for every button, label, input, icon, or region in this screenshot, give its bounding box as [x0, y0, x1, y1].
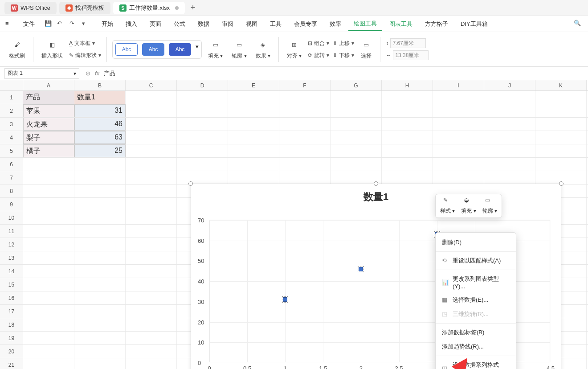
cell[interactable]: 25: [74, 144, 126, 157]
menu-diy[interactable]: DIY工具箱: [455, 17, 493, 31]
cell[interactable]: [535, 144, 587, 157]
cell[interactable]: [126, 332, 177, 344]
cell[interactable]: [535, 158, 587, 171]
cell[interactable]: [74, 358, 126, 369]
menu-chart-tools[interactable]: 图表工具: [384, 17, 418, 31]
row-9[interactable]: 9: [0, 198, 23, 211]
cell[interactable]: [126, 305, 177, 318]
fx-icon[interactable]: fx: [95, 70, 99, 77]
cell[interactable]: [228, 158, 279, 171]
cell[interactable]: [126, 291, 177, 304]
menu-review[interactable]: 审阅: [216, 17, 239, 31]
cell[interactable]: [484, 171, 535, 184]
cell[interactable]: [433, 118, 484, 131]
cell[interactable]: 63: [74, 131, 126, 144]
cell[interactable]: [126, 144, 177, 157]
cell[interactable]: 火龙果: [23, 118, 74, 131]
ctx-add-labels[interactable]: 添加数据标签(B): [436, 325, 516, 340]
tab-wps[interactable]: W WPS Office: [4, 2, 57, 14]
cell[interactable]: 31: [74, 104, 126, 117]
col-A[interactable]: A: [23, 80, 74, 90]
menu-insert[interactable]: 插入: [120, 17, 143, 31]
row-8[interactable]: 8: [0, 184, 23, 197]
rg-select[interactable]: ▭选择: [358, 39, 375, 60]
cell[interactable]: [484, 158, 535, 171]
cell[interactable]: 橘子: [23, 144, 74, 157]
cell[interactable]: [74, 332, 126, 344]
cell[interactable]: [126, 278, 177, 291]
cell[interactable]: [484, 131, 535, 144]
col-J[interactable]: J: [484, 80, 535, 90]
hamburger-icon[interactable]: ≡: [5, 20, 13, 28]
menu-vip[interactable]: 会员专享: [289, 17, 323, 31]
col-I[interactable]: I: [433, 80, 484, 90]
menu-start[interactable]: 开始: [96, 17, 118, 31]
cell[interactable]: [23, 184, 74, 197]
handle-tm[interactable]: [374, 181, 378, 186]
mini-outline[interactable]: ▭轮廓 ▾: [482, 197, 497, 215]
rg-edit-shape[interactable]: ✎编辑形状 ▾: [69, 50, 101, 61]
col-K[interactable]: K: [535, 80, 587, 90]
cell[interactable]: 产品: [23, 91, 74, 104]
handle-tr[interactable]: [559, 181, 564, 186]
cell[interactable]: [331, 158, 382, 171]
cell[interactable]: [23, 332, 74, 344]
cell[interactable]: [331, 118, 382, 131]
rg-up[interactable]: ⬆上移 ▾: [333, 38, 354, 49]
rg-insert-shape[interactable]: ◧ 插入形状: [39, 39, 65, 60]
cell[interactable]: [126, 171, 177, 184]
row-11[interactable]: 11: [0, 225, 23, 238]
col-C[interactable]: C: [126, 80, 177, 90]
row-15[interactable]: 15: [0, 278, 23, 291]
col-H[interactable]: H: [382, 80, 433, 90]
select-all-corner[interactable]: [0, 80, 23, 90]
style-preset-2[interactable]: Abc: [142, 43, 164, 56]
rg-fill[interactable]: ▭填充 ▾: [205, 39, 225, 60]
cell[interactable]: [177, 91, 228, 104]
cell[interactable]: [177, 171, 228, 184]
cell[interactable]: [279, 131, 331, 144]
cell[interactable]: [177, 131, 228, 144]
cell[interactable]: [484, 104, 535, 117]
dropdown-icon[interactable]: ▾: [82, 20, 90, 28]
cell[interactable]: [126, 211, 177, 224]
cell[interactable]: [23, 158, 74, 171]
cell[interactable]: [126, 358, 177, 369]
ctx-change-type[interactable]: 📊更改系列图表类型(Y)...: [436, 272, 516, 293]
cell[interactable]: [23, 345, 74, 358]
menu-view[interactable]: 视图: [241, 17, 263, 31]
menu-file[interactable]: 文件: [18, 17, 40, 31]
cell[interactable]: [74, 158, 126, 171]
cell[interactable]: [433, 144, 484, 157]
menu-page[interactable]: 页面: [144, 17, 167, 31]
name-box[interactable]: 图表 1▾: [4, 68, 79, 79]
col-B[interactable]: B: [74, 80, 126, 90]
chart-object[interactable]: 数量1 01020304050607000.511.522.533.544.5 …: [191, 184, 561, 369]
cell[interactable]: [331, 131, 382, 144]
cell[interactable]: [279, 118, 331, 131]
formula-content[interactable]: 产品: [104, 70, 115, 78]
cell[interactable]: [74, 184, 126, 197]
cell[interactable]: [74, 171, 126, 184]
cell[interactable]: [331, 91, 382, 104]
row-3[interactable]: 3: [0, 118, 23, 131]
width-input[interactable]: [393, 50, 429, 60]
cell[interactable]: 数量1: [74, 91, 126, 104]
cell[interactable]: [279, 171, 331, 184]
cell[interactable]: [433, 171, 484, 184]
row-21[interactable]: 21: [0, 358, 23, 369]
rg-effect[interactable]: ◈效果 ▾: [253, 39, 273, 60]
cell[interactable]: [126, 225, 177, 238]
style-more-icon[interactable]: ▾: [196, 43, 199, 56]
row-12[interactable]: 12: [0, 238, 23, 251]
mini-fill[interactable]: ◒填充 ▾: [461, 197, 476, 215]
cell[interactable]: [23, 358, 74, 369]
ctx-delete[interactable]: 删除(D): [436, 235, 516, 250]
cell[interactable]: 46: [74, 118, 126, 131]
row-4[interactable]: 4: [0, 131, 23, 144]
rg-rotate[interactable]: ⟳旋转 ▾: [308, 50, 329, 61]
rg-outline[interactable]: ▭轮廓 ▾: [229, 39, 249, 60]
cell[interactable]: [279, 104, 331, 117]
cell[interactable]: [331, 104, 382, 117]
cell[interactable]: [74, 225, 126, 238]
